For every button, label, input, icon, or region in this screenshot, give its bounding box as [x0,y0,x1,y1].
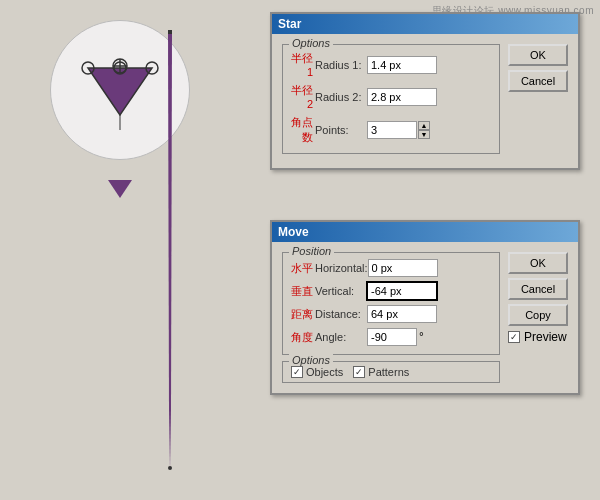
svg-marker-0 [88,68,152,115]
needle-svg [160,30,180,470]
angle-cn-label: 角度 [291,330,313,345]
move-options-group: Options ✓ Objects ✓ Patterns [282,361,500,383]
move-position-group: Position 水平 Horizontal: 垂直 Vertical: 距离 … [282,252,500,355]
vertical-en-label: Vertical: [315,285,367,297]
move-dialog-fields: Position 水平 Horizontal: 垂直 Vertical: 距离 … [282,252,500,383]
move-position-label: Position [289,245,334,257]
radius2-row: 半径2 Radius 2: [291,83,491,110]
radius2-input[interactable] [367,88,437,106]
star-dialog-fields: Options 半径1 Radius 1: 半径2 Radius 2: 角点数 … [282,44,500,158]
distance-cn-label: 距离 [291,307,313,322]
vertical-input[interactable] [367,282,437,300]
horizontal-cn-label: 水平 [291,261,313,276]
points-en-label: Points: [315,124,367,136]
horizontal-input[interactable] [368,259,438,277]
angle-input[interactable] [367,328,417,346]
star-dialog-buttons: OK Cancel [508,44,568,158]
svg-point-10 [168,466,172,470]
radius2-en-label: Radius 2: [315,91,367,103]
star-options-label: Options [289,37,333,49]
move-copy-button[interactable]: Copy [508,304,568,326]
vertical-cn-label: 垂直 [291,284,313,299]
star-ok-button[interactable]: OK [508,44,568,66]
radius1-input[interactable] [367,56,437,74]
distance-row: 距离 Distance: [291,305,491,323]
objects-label: Objects [306,366,343,378]
horizontal-en-label: Horizontal: [315,262,368,274]
needle-container [160,30,180,470]
move-cancel-button[interactable]: Cancel [508,278,568,300]
points-input[interactable] [367,121,417,139]
distance-en-label: Distance: [315,308,367,320]
radius1-row: 半径1 Radius 1: [291,51,491,78]
move-dialog-buttons: OK Cancel Copy ✓ Preview [508,252,568,383]
angle-en-label: Angle: [315,331,367,343]
points-up-arrow[interactable]: ▲ [418,121,430,130]
move-dialog-titlebar: Move [272,222,578,242]
preview-label: Preview [524,330,567,344]
svg-marker-8 [168,30,172,470]
angle-row: 角度 Angle: ° [291,328,491,346]
angle-unit: ° [419,330,424,344]
star-cancel-button[interactable]: Cancel [508,70,568,92]
canvas-area [0,0,240,500]
points-spinner: ▲ ▼ [367,121,430,139]
objects-checkbox[interactable]: ✓ [291,366,303,378]
points-cn-label: 角点数 [291,115,313,145]
patterns-checkbox[interactable]: ✓ [353,366,365,378]
star-dialog-titlebar: Star [272,14,578,34]
move-options-row: ✓ Objects ✓ Patterns [291,366,491,378]
horizontal-row: 水平 Horizontal: [291,259,491,277]
points-arrows: ▲ ▼ [418,121,430,139]
points-row: 角点数 Points: ▲ ▼ [291,115,491,145]
preview-row: ✓ Preview [508,330,568,344]
objects-check-label[interactable]: ✓ Objects [291,366,343,378]
patterns-check-label[interactable]: ✓ Patterns [353,366,409,378]
move-ok-button[interactable]: OK [508,252,568,274]
points-down-arrow[interactable]: ▼ [418,130,430,139]
vertical-row: 垂直 Vertical: [291,282,491,300]
star-shape-svg [70,40,170,140]
preview-checkbox[interactable]: ✓ [508,331,520,343]
star-dialog: Star Options 半径1 Radius 1: 半径2 Radius 2:… [270,12,580,170]
small-triangle [108,180,132,198]
move-options-label: Options [289,354,333,366]
move-dialog-title: Move [278,225,309,239]
radius2-cn-label: 半径2 [291,83,313,110]
distance-input[interactable] [367,305,437,323]
star-dialog-title: Star [278,17,301,31]
patterns-label: Patterns [368,366,409,378]
radius1-en-label: Radius 1: [315,59,367,71]
radius1-cn-label: 半径1 [291,51,313,78]
star-options-group: Options 半径1 Radius 1: 半径2 Radius 2: 角点数 … [282,44,500,154]
move-dialog: Move Position 水平 Horizontal: 垂直 Vertical… [270,220,580,395]
svg-rect-9 [168,30,172,34]
